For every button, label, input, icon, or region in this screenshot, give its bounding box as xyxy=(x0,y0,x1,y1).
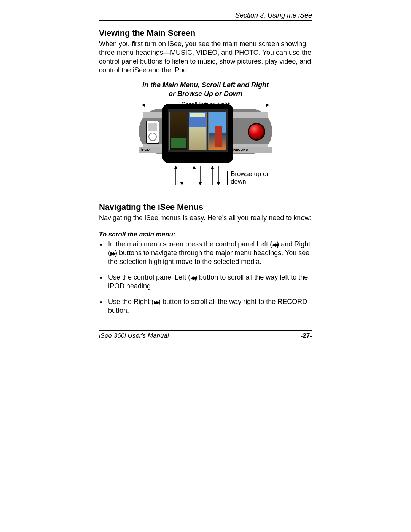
ipod-screen xyxy=(148,123,157,131)
list-item: Use the Right (▶▶) button to scroll all … xyxy=(107,297,312,315)
svg-marker-1 xyxy=(142,103,145,107)
rewind-icon: ◀◀ xyxy=(272,242,277,248)
thumbnail-music xyxy=(169,112,187,150)
thumbnail-video xyxy=(189,112,207,150)
page-header: Section 3. Using the iSee xyxy=(99,11,312,21)
forward-icon: ▶▶ xyxy=(154,299,158,305)
arrow-right-icon xyxy=(234,103,269,107)
page-footer: iSee 360i User's Manual -27- xyxy=(99,330,312,340)
svg-marker-11 xyxy=(198,182,202,185)
device-bar: iPOD MUSIC VIDEO PHOTO RECORD xyxy=(139,109,272,154)
arrow-down-icon xyxy=(180,166,184,185)
browse-label: Browse up or down xyxy=(227,171,272,185)
thumbnail-photo xyxy=(208,112,226,150)
subheading-scroll-main-menu: To scroll the main menu: xyxy=(99,231,312,238)
browse-arrows-row: Browse up or down xyxy=(139,166,272,192)
ipod-icon xyxy=(146,121,159,144)
arrow-down-icon xyxy=(198,166,202,185)
section-label: Section 3. Using the iSee xyxy=(235,11,312,19)
updown-arrows-3 xyxy=(210,166,220,185)
arrow-down-icon xyxy=(217,166,220,185)
arrow-up-icon xyxy=(210,166,214,185)
updown-arrows-2 xyxy=(192,166,202,185)
figure-caption-line2: or Browse Up or Down xyxy=(169,90,242,97)
figure-caption-line1: In the Main Menu, Scroll Left and Right xyxy=(142,81,269,89)
record-button-icon xyxy=(248,123,265,141)
device-screen-frame xyxy=(162,104,233,163)
paragraph-navigating: Navigating the iSee menus is easy. Here'… xyxy=(99,214,312,222)
arrow-up-icon xyxy=(174,166,178,185)
svg-marker-7 xyxy=(180,182,184,185)
list-item: In the main menu screen press the contro… xyxy=(107,240,312,266)
bullet-list: In the main menu screen press the contro… xyxy=(99,240,312,315)
forward-icon: ▶▶ xyxy=(110,251,115,256)
heading-viewing-main-screen: Viewing the Main Screen xyxy=(99,28,312,38)
rewind-icon: ◀◀ xyxy=(190,275,195,281)
manual-page: Section 3. Using the iSee Viewing the Ma… xyxy=(0,0,411,532)
device-screen xyxy=(168,109,228,152)
svg-marker-3 xyxy=(266,103,269,107)
footer-page-number: -27- xyxy=(301,332,312,340)
paragraph-viewing: When you first turn on iSee, you see the… xyxy=(99,40,312,75)
updown-arrows-1 xyxy=(174,166,184,185)
footer-manual-title: iSee 360i User's Manual xyxy=(99,332,169,340)
svg-marker-15 xyxy=(217,182,220,185)
heading-navigating-menus: Navigating the iSee Menus xyxy=(99,202,312,212)
figure-caption: In the Main Menu, Scroll Left and Right … xyxy=(99,81,312,98)
ipod-wheel xyxy=(148,133,157,141)
arrow-up-icon xyxy=(192,166,196,185)
list-item: Use the control panel Left (◀◀) button t… xyxy=(107,273,312,291)
device-diagram: iPOD MUSIC VIDEO PHOTO RECORD xyxy=(139,109,272,192)
